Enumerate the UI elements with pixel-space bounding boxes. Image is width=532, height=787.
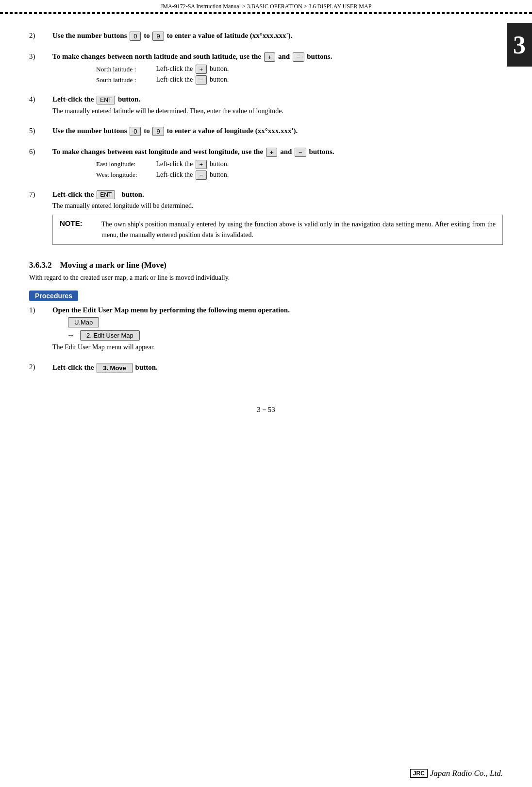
step-3: 3) To make changes between north latitud… [29, 52, 503, 86]
proc-step-content-1: Open the Edit User Map menu by performin… [52, 306, 503, 354]
footer-logo: JRC Japan Radio Co., Ltd. [410, 769, 503, 778]
menu-edit-row: → 2. Edit User Map [67, 330, 503, 341]
step-num-4: 4) [29, 95, 52, 103]
section-intro: With regard to the created user map, a m… [29, 274, 503, 282]
btn-plus-lat[interactable]: + [264, 52, 276, 62]
note-box: NOTE: The own ship's position manually e… [52, 215, 503, 244]
step-content-4: Left-click the ENT button. The manually … [52, 95, 503, 118]
section-tab: 3 [507, 23, 532, 67]
page-header: JMA-9172-SA Instruction Manual > 3.BASIC… [0, 0, 532, 13]
btn-3-move[interactable]: 3. Move [97, 363, 133, 373]
step-4: 4) Left-click the ENT button. The manual… [29, 95, 503, 118]
step-num-5: 5) [29, 127, 52, 135]
east-lon-row: East longitude: Left-click the + button. [96, 160, 503, 169]
west-lon-row: West longitude: Left-click the − button. [96, 171, 503, 180]
btn-0-lon[interactable]: 0 [130, 127, 141, 136]
brand-name: Japan Radio Co., Ltd. [430, 769, 503, 778]
step-content-3: To make changes between north latitude a… [52, 52, 503, 86]
btn-minus-lon[interactable]: − [295, 148, 306, 157]
step-7: 7) Left-click the ENT button. The manual… [29, 190, 503, 250]
btn-minus-lat[interactable]: − [293, 52, 304, 62]
step-content-5: Use the number buttons 0 to 9 to enter a… [52, 127, 503, 139]
section-heading: 3.6.3.2 Moving a mark or line (Move) [29, 260, 503, 270]
north-lat-row: North latitude : Left-click the + button… [96, 65, 503, 74]
proc-step-2: 2) Left-click the 3. Move button. [29, 363, 503, 376]
south-lat-row: South latitude : Left-click the − button… [96, 75, 503, 85]
step-content-6: To make changes between east longitude a… [52, 148, 503, 182]
btn-umap[interactable]: U.Map [68, 317, 99, 327]
btn-9-lon[interactable]: 9 [152, 127, 164, 136]
step-num-3: 3) [29, 52, 52, 61]
btn-ent-1[interactable]: ENT [97, 96, 115, 104]
proc-step-num-2: 2) [29, 363, 52, 371]
btn-minus-west[interactable]: − [196, 171, 207, 180]
proc-step-content-2: Left-click the 3. Move button. [52, 363, 503, 376]
after-text-1: The Edit User Map menu will appear. [52, 343, 503, 351]
step-num-7: 7) [29, 190, 52, 199]
step-num-6: 6) [29, 148, 52, 156]
procedures-badge: Procedures [29, 291, 78, 301]
menu-arrow: → [67, 331, 74, 340]
proc-step-1: 1) Open the Edit User Map menu by perfor… [29, 306, 503, 354]
step-5: 5) Use the number buttons 0 to 9 to ente… [29, 127, 503, 139]
step-content-2: Use the number buttons 0 to 9 to enter a… [52, 32, 503, 44]
page-number: 3－53 [257, 406, 275, 413]
proc-step-num-1: 1) [29, 306, 52, 314]
btn-0[interactable]: 0 [130, 32, 141, 41]
btn-plus-lon[interactable]: + [266, 148, 278, 157]
btn-plus-east[interactable]: + [196, 160, 207, 169]
step-content-7: Left-click the ENT button. The manually … [52, 190, 503, 250]
btn-ent-2[interactable]: ENT [97, 190, 115, 199]
step-num-2: 2) [29, 32, 52, 40]
footer-area: 3－53 [29, 405, 503, 414]
step-6: 6) To make changes between east longitud… [29, 148, 503, 182]
note-label: NOTE: [60, 219, 99, 227]
menu-umap-row: U.Map [67, 317, 503, 327]
btn-9[interactable]: 9 [152, 32, 164, 41]
step-2: 2) Use the number buttons 0 to 9 to ente… [29, 32, 503, 44]
btn-edit-user-map[interactable]: 2. Edit User Map [80, 330, 140, 341]
jrc-label: JRC [410, 769, 428, 778]
btn-plus-north[interactable]: + [196, 65, 207, 74]
section-3632: 3.6.3.2 Moving a mark or line (Move) Wit… [29, 260, 503, 282]
header-text: JMA-9172-SA Instruction Manual > 3.BASIC… [161, 3, 372, 10]
note-text: The own ship's position manually entered… [101, 219, 496, 240]
btn-minus-south[interactable]: − [196, 75, 207, 85]
